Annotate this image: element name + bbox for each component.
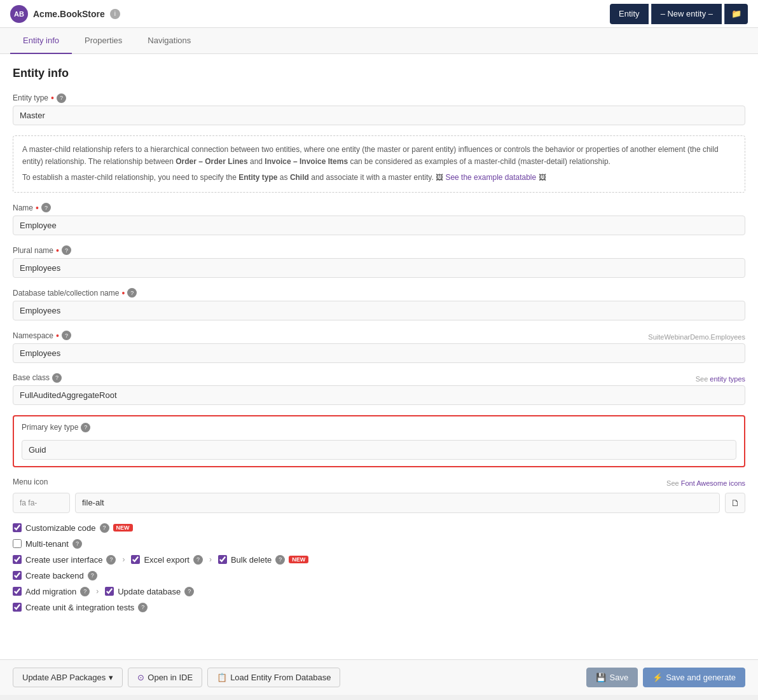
namespace-help-icon[interactable]: ?: [62, 331, 71, 340]
entity-button[interactable]: Entity: [610, 4, 649, 24]
entity-type-required: •: [51, 93, 54, 103]
primary-key-group: Primary key type ?: [13, 415, 745, 467]
entity-type-group: Entity type • ?: [13, 93, 745, 125]
update-abp-button[interactable]: Update ABP Packages ▾: [13, 668, 123, 687]
excel-export-checkbox[interactable]: [131, 555, 140, 564]
bulk-delete-badge: NEW: [289, 556, 308, 563]
entity-type-label: Entity type • ?: [13, 93, 66, 103]
multi-tenant-help-icon[interactable]: ?: [72, 539, 82, 549]
footer-left: Update ABP Packages ▾ ⊙ Open in IDE 📋 Lo…: [13, 668, 340, 687]
arrow-3: ›: [96, 587, 99, 596]
tabs-bar: Entity info Properties Navigations: [0, 28, 758, 54]
primary-key-input[interactable]: [22, 440, 736, 460]
add-migration-checkbox[interactable]: [13, 587, 22, 596]
namespace-required: •: [56, 331, 59, 341]
name-help-icon[interactable]: ?: [41, 203, 51, 212]
menu-icon-hint: See Font Awesome icons: [666, 479, 745, 487]
app-logo: AB: [10, 5, 28, 23]
create-tests-checkbox[interactable]: [13, 603, 22, 612]
app-name: Acme.BookStore: [33, 9, 105, 19]
create-tests-help-icon[interactable]: ?: [138, 603, 148, 612]
plural-name-required: •: [56, 245, 59, 256]
dropdown-arrow-icon: ▾: [109, 673, 113, 682]
name-required: •: [36, 203, 39, 213]
see-example-link[interactable]: See the example datatable: [445, 173, 536, 182]
multi-tenant-checkbox[interactable]: [13, 539, 22, 548]
menu-icon-prefix-input[interactable]: [13, 493, 70, 513]
create-backend-checkbox[interactable]: [13, 571, 22, 580]
customizable-code-badge: NEW: [113, 524, 133, 532]
db-table-group: Database table/collection name • ?: [13, 288, 745, 320]
add-migration-help-icon[interactable]: ?: [80, 587, 90, 596]
bulk-delete-checkbox[interactable]: [218, 555, 227, 564]
entity-type-help-icon[interactable]: ?: [57, 93, 66, 103]
menu-icon-preview-btn[interactable]: 🗋: [725, 493, 745, 513]
entity-types-link[interactable]: entity types: [710, 375, 745, 383]
load-entity-button[interactable]: 📋 Load Entity From Database: [207, 668, 340, 687]
tab-navigations[interactable]: Navigations: [135, 28, 203, 54]
tests-row: Create unit & integration tests ?: [13, 603, 745, 612]
customizable-code-checkbox[interactable]: [13, 523, 22, 532]
customizable-code-label[interactable]: Customizable code: [25, 523, 96, 533]
menu-icon-value-input[interactable]: [75, 493, 720, 513]
migration-row: Add migration ? › Update database ?: [13, 587, 745, 596]
excel-export-label[interactable]: Excel export: [144, 555, 190, 565]
base-class-label: Base class ?: [13, 373, 62, 383]
entity-type-input[interactable]: [13, 106, 745, 125]
save-button[interactable]: 💾 Save: [586, 668, 638, 687]
namespace-input[interactable]: [13, 343, 745, 363]
arrow-2: ›: [209, 555, 212, 564]
namespace-group: Namespace • ? SuiteWebinarDemo.Employees: [13, 331, 745, 363]
master-child-info-box: A master-child relationship refers to a …: [13, 135, 745, 193]
customizable-code-row: Customizable code ? NEW: [13, 523, 745, 533]
multi-tenant-row: Multi-tenant ?: [13, 539, 745, 549]
create-ui-checkbox[interactable]: [13, 555, 22, 564]
add-migration-label[interactable]: Add migration: [25, 587, 76, 596]
namespace-hint: SuiteWebinarDemo.Employees: [648, 333, 745, 341]
update-database-label[interactable]: Update database: [118, 587, 181, 596]
load-icon: 📋: [217, 673, 227, 682]
base-class-group: Base class ? See entity types: [13, 373, 745, 405]
customizable-code-help-icon[interactable]: ?: [100, 523, 109, 533]
base-class-input[interactable]: [13, 385, 745, 405]
header: AB Acme.BookStore i Entity – New entity …: [0, 0, 758, 28]
lightning-icon: ⚡: [652, 673, 663, 682]
primary-key-label: Primary key type ?: [22, 423, 90, 432]
primary-key-help-icon[interactable]: ?: [81, 423, 90, 432]
db-table-help-icon[interactable]: ?: [127, 288, 137, 298]
multi-tenant-label[interactable]: Multi-tenant: [25, 539, 69, 549]
bulk-delete-help-icon[interactable]: ?: [275, 555, 285, 565]
db-table-input[interactable]: [13, 301, 745, 320]
menu-icon-label: Menu icon: [13, 477, 48, 486]
base-class-help-icon[interactable]: ?: [52, 373, 62, 383]
tab-properties[interactable]: Properties: [72, 28, 135, 54]
header-right: Entity – New entity – 📁: [610, 4, 748, 24]
plural-name-help-icon[interactable]: ?: [62, 245, 71, 255]
create-backend-help-icon[interactable]: ?: [88, 571, 97, 580]
db-table-label: Database table/collection name • ?: [13, 288, 137, 298]
plural-name-group: Plural name • ?: [13, 245, 745, 278]
open-ide-button[interactable]: ⊙ Open in IDE: [128, 668, 202, 687]
ide-icon: ⊙: [137, 673, 144, 682]
arrow-1: ›: [122, 555, 125, 564]
entity-selector[interactable]: – New entity –: [651, 4, 722, 24]
font-awesome-link[interactable]: Font Awesome icons: [681, 479, 745, 487]
save-generate-button[interactable]: ⚡ Save and generate: [643, 668, 745, 687]
name-input[interactable]: [13, 216, 745, 235]
create-backend-label[interactable]: Create backend: [25, 571, 84, 580]
bulk-delete-label[interactable]: Bulk delete: [231, 555, 272, 565]
tab-entity-info[interactable]: Entity info: [10, 28, 72, 54]
plural-name-input[interactable]: [13, 258, 745, 278]
update-database-checkbox[interactable]: [105, 587, 114, 596]
name-group: Name • ?: [13, 203, 745, 235]
folder-button[interactable]: 📁: [724, 4, 748, 24]
create-ui-help-icon[interactable]: ?: [106, 555, 116, 565]
excel-export-help-icon[interactable]: ?: [193, 555, 203, 565]
create-ui-label[interactable]: Create user interface: [25, 555, 102, 565]
create-ui-row: Create user interface ? › Excel export ?…: [13, 555, 745, 565]
base-class-hint: See entity types: [696, 375, 745, 383]
app-info-icon[interactable]: i: [110, 9, 120, 19]
update-database-help-icon[interactable]: ?: [184, 587, 194, 596]
create-tests-label[interactable]: Create unit & integration tests: [25, 603, 134, 612]
name-label: Name • ?: [13, 203, 51, 213]
